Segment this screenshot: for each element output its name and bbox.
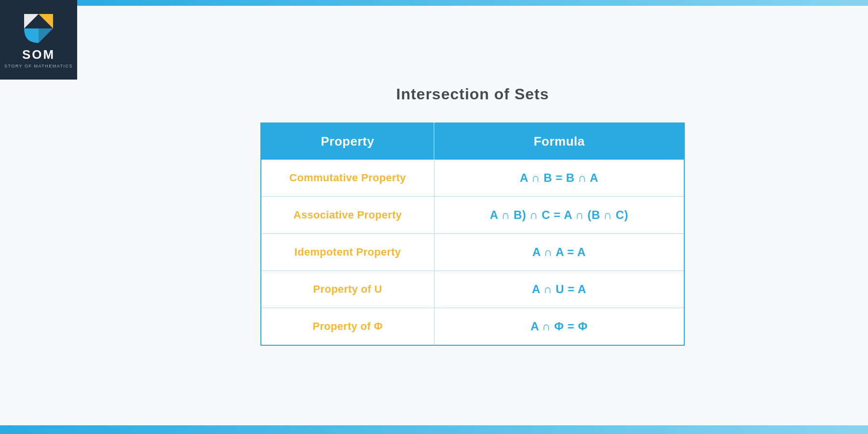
col1-header: Property	[261, 123, 434, 160]
table-row: Idempotent PropertyA ∩ A = A	[261, 234, 684, 271]
logo-subtitle: STORY OF MATHEMATICS	[4, 64, 73, 68]
property-cell: Property of U	[261, 271, 434, 308]
table-header: Property Formula	[261, 123, 684, 160]
formula-cell: A ∩ B) ∩ C = A ∩ (B ∩ C)	[434, 197, 684, 234]
main-content: Intersection of Sets Property Formula Co…	[77, 6, 868, 425]
formula-value: A ∩ B = B ∩ A	[520, 171, 598, 184]
top-stripe	[77, 0, 868, 6]
property-name: Property of U	[313, 283, 382, 295]
svg-marker-2	[39, 28, 53, 43]
property-cell: Idempotent Property	[261, 234, 434, 271]
property-cell: Property of Φ	[261, 308, 434, 346]
formula-cell: A ∩ A = A	[434, 234, 684, 271]
property-table: Property Formula Commutative PropertyA ∩…	[260, 122, 685, 346]
table-body: Commutative PropertyA ∩ B = B ∩ AAssocia…	[261, 160, 684, 345]
formula-value: A ∩ U = A	[532, 283, 586, 296]
page-title: Intersection of Sets	[396, 85, 549, 103]
svg-marker-0	[39, 14, 53, 28]
logo-area: SOM STORY OF MATHEMATICS	[0, 0, 77, 80]
formula-cell: A ∩ Φ = Φ	[434, 308, 684, 346]
property-cell: Associative Property	[261, 197, 434, 234]
som-logo-icon	[22, 12, 55, 45]
formula-value: A ∩ B) ∩ C = A ∩ (B ∩ C)	[490, 208, 628, 221]
col2-header: Formula	[434, 123, 684, 160]
table-row: Property of ΦA ∩ Φ = Φ	[261, 308, 684, 346]
bottom-stripe	[0, 425, 868, 434]
property-name: Associative Property	[294, 209, 402, 221]
property-name: Commutative Property	[289, 172, 406, 184]
property-name: Idempotent Property	[295, 246, 401, 258]
formula-value: A ∩ A = A	[532, 245, 586, 258]
svg-marker-1	[24, 14, 39, 28]
table-row: Commutative PropertyA ∩ B = B ∩ A	[261, 160, 684, 197]
property-name: Property of Φ	[312, 320, 382, 332]
formula-cell: A ∩ U = A	[434, 271, 684, 308]
formula-value: A ∩ Φ = Φ	[530, 320, 587, 333]
property-cell: Commutative Property	[261, 160, 434, 197]
table-row: Property of UA ∩ U = A	[261, 271, 684, 308]
table-row: Associative PropertyA ∩ B) ∩ C = A ∩ (B …	[261, 197, 684, 234]
logo-abbr: SOM	[22, 48, 55, 61]
formula-cell: A ∩ B = B ∩ A	[434, 160, 684, 197]
